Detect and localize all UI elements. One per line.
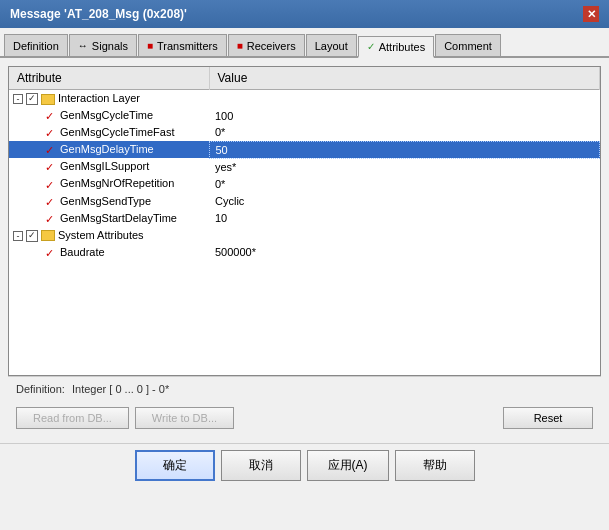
write-to-db-button[interactable]: Write to DB... bbox=[135, 407, 234, 429]
group-checkbox[interactable] bbox=[26, 230, 38, 242]
attr-name: GenMsgCycleTime bbox=[60, 109, 153, 121]
expand-icon[interactable]: - bbox=[13, 94, 23, 104]
folder-icon bbox=[41, 94, 55, 105]
transmitters-tab-icon: ■ bbox=[147, 40, 153, 51]
definition-value: Integer [ 0 ... 0 ] - 0* bbox=[72, 383, 169, 395]
close-button[interactable]: ✕ bbox=[583, 6, 599, 22]
attr-value: 500000* bbox=[209, 244, 600, 261]
attr-check-icon: ✓ bbox=[45, 110, 57, 122]
group-checkbox[interactable] bbox=[26, 93, 38, 105]
group-value bbox=[209, 227, 600, 244]
folder-icon bbox=[41, 230, 55, 241]
reset-button[interactable]: Reset bbox=[503, 407, 593, 429]
apply-button[interactable]: 应用(A) bbox=[307, 450, 389, 481]
attributes-table: Attribute Value -Interaction Layer✓GenMs… bbox=[8, 66, 601, 376]
attr-name: GenMsgILSupport bbox=[60, 160, 149, 172]
definition-tab-label: Definition bbox=[13, 40, 59, 52]
table-row[interactable]: ✓Baudrate500000* bbox=[9, 244, 600, 261]
help-button[interactable]: 帮助 bbox=[395, 450, 475, 481]
attr-check-icon: ✓ bbox=[45, 247, 57, 259]
attributes-tab-icon: ✓ bbox=[367, 41, 375, 52]
table-row[interactable]: ✓GenMsgDelayTime50 bbox=[9, 141, 600, 158]
attr-name: Baudrate bbox=[60, 246, 105, 258]
table-row[interactable]: ✓GenMsgSendTypeCyclic bbox=[9, 193, 600, 210]
group-row-interaction-layer[interactable]: -Interaction Layer bbox=[9, 90, 600, 108]
definition-bar: Definition: Integer [ 0 ... 0 ] - 0* bbox=[8, 376, 601, 401]
tab-signals[interactable]: ↔Signals bbox=[69, 34, 137, 56]
attr-value: yes* bbox=[209, 158, 600, 175]
table-row[interactable]: ✓GenMsgCycleTime100 bbox=[9, 107, 600, 124]
group-row-system-attributes[interactable]: -System Attributes bbox=[9, 227, 600, 244]
tab-attributes[interactable]: ✓Attributes bbox=[358, 36, 434, 58]
table-row[interactable]: ✓GenMsgCycleTimeFast0* bbox=[9, 124, 600, 141]
attributes-tab-label: Attributes bbox=[379, 41, 425, 53]
comment-tab-label: Comment bbox=[444, 40, 492, 52]
attr-value: 10 bbox=[209, 210, 600, 227]
attr-name: GenMsgDelayTime bbox=[60, 143, 154, 155]
window-title: Message 'AT_208_Msg (0x208)' bbox=[10, 7, 187, 21]
attr-name: GenMsgCycleTimeFast bbox=[60, 126, 175, 138]
group-value bbox=[209, 90, 600, 108]
attr-name: GenMsgNrOfRepetition bbox=[60, 177, 174, 189]
tab-comment[interactable]: Comment bbox=[435, 34, 501, 56]
attr-check-icon: ✓ bbox=[45, 144, 57, 156]
table-row[interactable]: ✓GenMsgNrOfRepetition0* bbox=[9, 175, 600, 192]
tab-layout[interactable]: Layout bbox=[306, 34, 357, 56]
receivers-tab-icon: ■ bbox=[237, 40, 243, 51]
tab-definition[interactable]: Definition bbox=[4, 34, 68, 56]
attr-name: GenMsgSendType bbox=[60, 195, 151, 207]
attr-name: GenMsgStartDelayTime bbox=[60, 212, 177, 224]
layout-tab-label: Layout bbox=[315, 40, 348, 52]
confirm-button[interactable]: 确定 bbox=[135, 450, 215, 481]
signals-tab-icon: ↔ bbox=[78, 40, 88, 51]
tab-receivers[interactable]: ■Receivers bbox=[228, 34, 305, 56]
attr-value: 0* bbox=[209, 124, 600, 141]
attr-value: 50 bbox=[209, 141, 600, 158]
col-value: Value bbox=[209, 67, 600, 90]
attr-check-icon: ✓ bbox=[45, 196, 57, 208]
attr-check-icon: ✓ bbox=[45, 213, 57, 225]
table-row[interactable]: ✓GenMsgILSupportyes* bbox=[9, 158, 600, 175]
definition-label: Definition: bbox=[16, 383, 65, 395]
group-label: Interaction Layer bbox=[58, 92, 140, 104]
attr-check-icon: ✓ bbox=[45, 179, 57, 191]
read-from-db-button[interactable]: Read from DB... bbox=[16, 407, 129, 429]
main-content: Attribute Value -Interaction Layer✓GenMs… bbox=[0, 58, 609, 443]
attr-check-icon: ✓ bbox=[45, 127, 57, 139]
attr-check-icon: ✓ bbox=[45, 161, 57, 173]
receivers-tab-label: Receivers bbox=[247, 40, 296, 52]
attr-value: 100 bbox=[209, 107, 600, 124]
tab-bar: Definition↔Signals■Transmitters■Receiver… bbox=[0, 28, 609, 58]
cancel-button[interactable]: 取消 bbox=[221, 450, 301, 481]
attr-value: Cyclic bbox=[209, 193, 600, 210]
signals-tab-label: Signals bbox=[92, 40, 128, 52]
attr-value: 0* bbox=[209, 175, 600, 192]
table-row[interactable]: ✓GenMsgStartDelayTime10 bbox=[9, 210, 600, 227]
col-attribute: Attribute bbox=[9, 67, 209, 90]
db-button-row: Read from DB... Write to DB... Reset bbox=[8, 401, 601, 435]
group-label: System Attributes bbox=[58, 229, 144, 241]
expand-icon[interactable]: - bbox=[13, 231, 23, 241]
title-bar: Message 'AT_208_Msg (0x208)' ✕ bbox=[0, 0, 609, 28]
bottom-buttons: 确定 取消 应用(A) 帮助 bbox=[0, 443, 609, 487]
transmitters-tab-label: Transmitters bbox=[157, 40, 218, 52]
tab-transmitters[interactable]: ■Transmitters bbox=[138, 34, 227, 56]
